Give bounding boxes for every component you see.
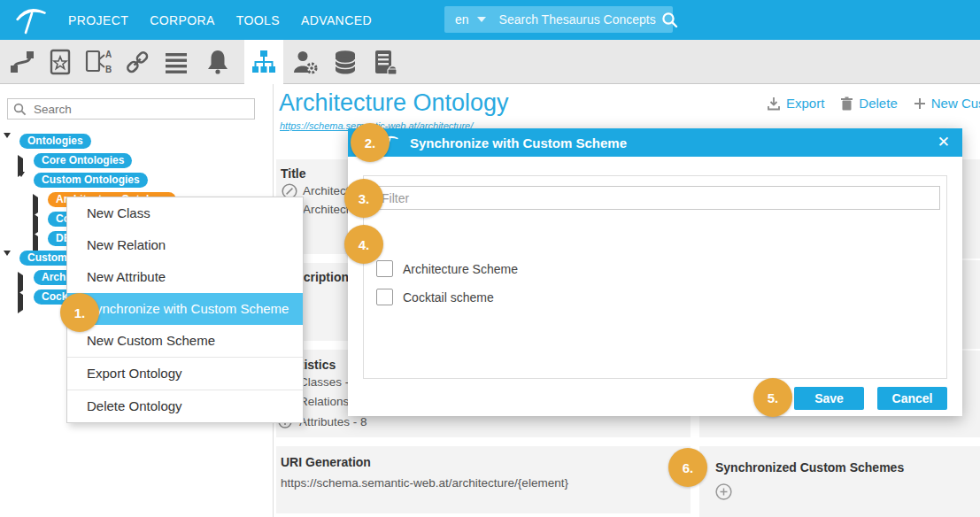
menu-new-relation[interactable]: New Relation xyxy=(67,229,303,261)
close-icon[interactable]: ✕ xyxy=(938,133,950,151)
language-selector[interactable]: en xyxy=(455,12,486,27)
tree-item-custom-ontologies[interactable]: Custom Ontologies xyxy=(34,173,148,188)
flow-icon[interactable] xyxy=(3,40,42,84)
sidebar-search-input[interactable] xyxy=(32,102,254,117)
main-nav: PROJECT CORPORA TOOLS ADVANCED xyxy=(68,0,372,40)
tree-toggle[interactable] xyxy=(4,256,11,272)
annotation-badge-5: 5. xyxy=(753,378,792,417)
tree-item-ontologies[interactable]: Ontologies xyxy=(19,134,91,149)
link-icon[interactable] xyxy=(118,40,157,84)
svg-text:A: A xyxy=(105,50,112,59)
plus-icon xyxy=(914,97,926,110)
tree-toggle[interactable] xyxy=(33,217,38,233)
tree-toggle[interactable] xyxy=(4,138,11,154)
filter-input[interactable] xyxy=(372,186,940,210)
language-value: en xyxy=(455,12,469,27)
menu-new-custom-scheme[interactable]: New Custom Scheme xyxy=(67,325,303,357)
document-ab-icon[interactable]: A B xyxy=(79,40,118,84)
delete-button[interactable]: Delete xyxy=(840,96,897,111)
menu-delete-ontology[interactable]: Delete Ontology xyxy=(67,390,303,422)
panel-header: Title xyxy=(281,166,306,181)
tree-toggle[interactable] xyxy=(18,295,23,311)
nav-advanced[interactable]: ADVANCED xyxy=(301,13,372,27)
option-label: Cocktail scheme xyxy=(403,290,494,305)
header-actions: Export Delete New Custom xyxy=(767,96,980,111)
sidebar-search-box xyxy=(7,98,255,120)
search-icon[interactable] xyxy=(661,12,678,28)
modal-title: Synchronize with Custom Scheme xyxy=(410,135,627,150)
cancel-button[interactable]: Cancel xyxy=(877,387,947,410)
search-icon xyxy=(13,103,27,116)
annotation-badge-1: 1. xyxy=(60,293,99,332)
menu-export-ontology[interactable]: Export Ontology xyxy=(67,357,303,390)
annotation-badge-2: 2. xyxy=(351,123,390,162)
uri-generation-panel: URI Generation https://schema.semantic-w… xyxy=(276,446,691,513)
annotation-badge-3: 3. xyxy=(344,179,383,218)
add-scheme-icon[interactable] xyxy=(715,483,732,500)
synchronized-schemes-panel: Synchronized Custom Schemes xyxy=(699,446,980,517)
menu-new-class[interactable]: New Class xyxy=(67,197,303,229)
document-star-icon[interactable] xyxy=(41,40,80,84)
tree-toggle[interactable] xyxy=(18,275,23,291)
option-architecture-scheme[interactable]: Architecture Scheme xyxy=(376,260,518,277)
modal-content-box: Architecture Scheme Cocktail scheme xyxy=(363,175,947,379)
tree-item-core-ontologies[interactable]: Core Ontologies xyxy=(34,153,132,168)
export-button[interactable]: Export xyxy=(767,96,824,111)
annotation-badge-6: 6. xyxy=(668,448,707,487)
svg-text:B: B xyxy=(105,65,112,74)
checkbox-icon[interactable] xyxy=(376,289,393,305)
page-title: Architecture Ontology xyxy=(279,89,509,117)
tree-toggle[interactable] xyxy=(18,177,25,193)
ontology-context-menu: New Class New Relation New Attribute Syn… xyxy=(66,197,304,423)
synchronize-modal: Synchronize with Custom Scheme ✕ Archite… xyxy=(348,128,962,416)
stat-attributes: Attributes - 8 xyxy=(299,415,367,428)
user-settings-icon[interactable] xyxy=(286,40,325,84)
option-cocktail-scheme[interactable]: Cocktail scheme xyxy=(376,289,494,305)
chevron-down-icon xyxy=(477,17,486,22)
tree-toggle[interactable] xyxy=(33,197,38,213)
top-bar: PROJECT CORPORA TOOLS ADVANCED en xyxy=(0,0,980,40)
panel-header: Synchronized Custom Schemes xyxy=(715,460,904,475)
panel-header: URI Generation xyxy=(281,455,371,469)
modal-header: Synchronize with Custom Scheme ✕ xyxy=(348,128,962,157)
nav-corpora[interactable]: CORPORA xyxy=(150,13,215,27)
trash-icon xyxy=(840,96,853,111)
concept-search-box: en xyxy=(444,6,673,33)
notifications-bell-icon[interactable] xyxy=(198,40,237,84)
download-icon xyxy=(767,96,781,111)
menu-new-attribute[interactable]: New Attribute xyxy=(67,261,303,293)
nav-tools[interactable]: TOOLS xyxy=(236,13,280,27)
database-icon[interactable] xyxy=(326,40,365,84)
save-button[interactable]: Save xyxy=(794,387,864,410)
poolparty-logo-icon[interactable] xyxy=(14,5,48,35)
list-icon[interactable] xyxy=(157,40,196,84)
uri-pattern-value: https://schema.semantic-web.at/architect… xyxy=(281,476,568,490)
menu-synchronize-with-custom-scheme[interactable]: Synchronize with Custom Scheme xyxy=(67,293,303,325)
checkbox-icon[interactable] xyxy=(376,260,393,277)
server-icon[interactable] xyxy=(365,40,404,84)
annotation-badge-4: 4. xyxy=(344,225,383,264)
stat-classes: Classes - xyxy=(299,375,349,389)
nav-project[interactable]: PROJECT xyxy=(68,13,128,27)
option-label: Architecture Scheme xyxy=(403,262,518,276)
concept-search-input[interactable] xyxy=(498,12,661,27)
new-custom-scheme-button[interactable]: New Custom xyxy=(914,96,980,111)
ontology-sitemap-icon[interactable] xyxy=(244,40,283,84)
